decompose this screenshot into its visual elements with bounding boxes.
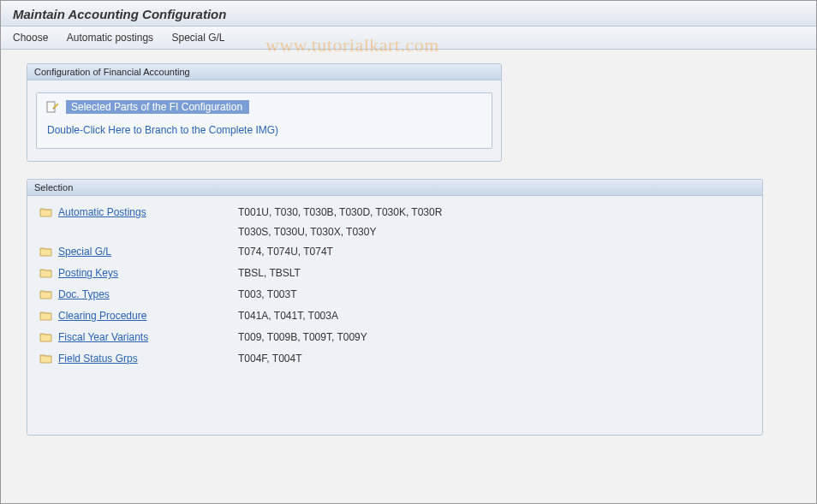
automatic-postings-button[interactable]: Automatic postings bbox=[67, 32, 153, 44]
selection-tables: T041A, T041T, T003A bbox=[238, 308, 338, 323]
folder-icon bbox=[39, 330, 53, 344]
selection-tables-cont: T030S, T030U, T030X, T030Y bbox=[238, 226, 750, 238]
selection-link[interactable]: Fiscal Year Variants bbox=[58, 329, 238, 345]
selection-row-automatic-postings: Automatic Postings T001U, T030, T030B, T… bbox=[39, 205, 750, 220]
config-groupbox: Configuration of Financial Accounting Se… bbox=[27, 63, 502, 162]
selection-tables: T074, T074U, T074T bbox=[238, 244, 333, 259]
selection-link[interactable]: Posting Keys bbox=[58, 265, 238, 281]
folder-icon bbox=[39, 288, 53, 301]
selection-link[interactable]: Field Status Grps bbox=[58, 351, 238, 366]
folder-icon bbox=[39, 352, 53, 365]
folder-icon bbox=[39, 309, 53, 323]
selected-parts-row: Selected Parts of the FI Configuration bbox=[45, 100, 483, 114]
folder-icon bbox=[39, 205, 53, 219]
config-inner-panel: Selected Parts of the FI Configuration D… bbox=[36, 92, 492, 149]
selection-row-fiscal-year-variants: Fiscal Year Variants T009, T009B, T009T,… bbox=[39, 329, 750, 345]
folder-icon bbox=[39, 245, 53, 258]
title-bar: Maintain Accounting Configuration bbox=[1, 1, 816, 27]
selection-tables: T001U, T030, T030B, T030D, T030K, T030R bbox=[238, 205, 442, 220]
choose-button[interactable]: Choose bbox=[13, 32, 48, 44]
selection-link[interactable]: Clearing Procedure bbox=[58, 308, 238, 323]
selection-body: Automatic Postings T001U, T030, T030B, T… bbox=[27, 196, 762, 381]
selection-row-posting-keys: Posting Keys TBSL, TBSLT bbox=[39, 265, 750, 281]
selection-groupbox-header: Selection bbox=[27, 180, 762, 196]
selection-link[interactable]: Automatic Postings bbox=[58, 205, 238, 220]
selection-tables: TBSL, TBSLT bbox=[238, 265, 301, 281]
app-window: Maintain Accounting Configuration Choose… bbox=[0, 0, 817, 504]
selected-parts-label: Selected Parts of the FI Configuration bbox=[66, 100, 249, 114]
selection-link[interactable]: Special G/L bbox=[58, 244, 238, 259]
content-area: Configuration of Financial Accounting Se… bbox=[1, 50, 816, 461]
selection-tables: T003, T003T bbox=[238, 287, 296, 302]
special-gl-button[interactable]: Special G/L bbox=[171, 32, 224, 44]
branch-to-img-link[interactable]: Double-Click Here to Branch to the Compl… bbox=[45, 124, 483, 136]
selection-tables: T004F, T004T bbox=[238, 351, 301, 366]
selection-groupbox: Selection Automatic Postings T001U, T030… bbox=[27, 179, 763, 436]
selection-row-field-status-grps: Field Status Grps T004F, T004T bbox=[39, 351, 750, 366]
edit-document-icon[interactable] bbox=[45, 100, 59, 114]
selection-row-clearing-procedure: Clearing Procedure T041A, T041T, T003A bbox=[39, 308, 750, 323]
selection-link[interactable]: Doc. Types bbox=[58, 287, 238, 302]
selection-row-special-gl: Special G/L T074, T074U, T074T bbox=[39, 244, 750, 259]
selection-row-doc-types: Doc. Types T003, T003T bbox=[39, 287, 750, 302]
selection-tables: T009, T009B, T009T, T009Y bbox=[238, 329, 367, 345]
folder-icon bbox=[39, 266, 53, 280]
config-groupbox-header: Configuration of Financial Accounting bbox=[27, 64, 501, 80]
app-toolbar: Choose Automatic postings Special G/L bbox=[1, 27, 816, 50]
page-title: Maintain Accounting Configuration bbox=[13, 7, 804, 21]
